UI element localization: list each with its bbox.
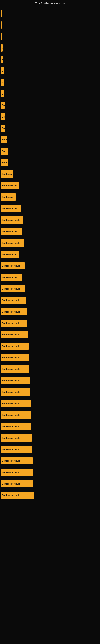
bar: Bottleneck result — [1, 366, 29, 373]
bar-row: Bottleneck resu — [1, 272, 100, 283]
bar: Bottlenec — [1, 170, 13, 178]
bar-label: Bottleneck re — [2, 253, 16, 256]
bar-label: Bottleneck result — [2, 391, 20, 393]
bar: Bottleneck result — [1, 297, 26, 304]
bar: Bottleneck result — [1, 320, 27, 327]
bar-row: Bottleneck result — [1, 283, 100, 294]
bar: B — [1, 90, 4, 98]
bar-label: Bottlenec — [2, 173, 12, 175]
site-title: TheBottlenecker.com — [0, 0, 100, 6]
bar: E — [1, 33, 2, 40]
bar: Bottleneck result — [1, 492, 34, 499]
bar-label: E — [2, 35, 2, 38]
bar: Bottleneck result — [1, 216, 23, 224]
bar: Bottleneck result — [1, 342, 29, 350]
bar: Bottleneck resu — [1, 274, 22, 281]
bar: Bott — [1, 148, 8, 155]
bar: Bottleneck result — [1, 239, 24, 246]
bar-row: Bo — [1, 111, 100, 122]
bar-row: Bottleneck result — [1, 375, 100, 386]
bar-label: Bottleneck result — [2, 368, 20, 370]
bar-label: Bottleneck result — [2, 334, 20, 336]
bar: Bottleneck result — [1, 423, 31, 430]
bar-label: Bottl — [2, 162, 7, 164]
bar-label: Bottleneck result — [2, 219, 20, 221]
bar-label: Bottleneck result — [2, 448, 20, 450]
bar-row: Bottleneck result — [1, 432, 100, 443]
bar-row: Bottleneck result — [1, 306, 100, 317]
bar: B — [1, 79, 4, 86]
bar-label: Bo — [2, 116, 5, 118]
bar-label: Bottleneck — [2, 196, 13, 198]
bar: Bo — [1, 113, 5, 120]
bar-label: B — [2, 81, 3, 84]
bar-row: Bottleneck result — [1, 295, 100, 306]
bar-row: Bottleneck result — [1, 444, 100, 455]
bar-row: E — [1, 31, 100, 42]
bar-row: Bottleneck re — [1, 249, 100, 260]
bar-label: Bottleneck resu — [2, 230, 18, 233]
bar-row: Bottleneck result — [1, 467, 100, 478]
bar: Bottleneck — [1, 194, 16, 201]
bar: Bottleneck result — [1, 434, 32, 442]
bar-label: B — [2, 92, 3, 95]
bar: Bottleneck result — [1, 354, 29, 361]
bar-row: Bottleneck resu — [1, 203, 100, 214]
bar-label: Bottleneck result — [2, 437, 20, 439]
bar-label: Bo — [2, 70, 4, 72]
bar-label: Bottleneck resu — [2, 207, 18, 210]
bars-container: |EBEBoBBBoBoBotBottlBottBottlBottlenecBo… — [0, 6, 100, 503]
bar: Bottleneck result — [1, 480, 33, 488]
bar-row: Bo — [1, 65, 100, 76]
bar: Bottleneck result — [1, 400, 31, 407]
bar-row: Bottleneck result — [1, 409, 100, 420]
bar-label: Bottleneck result — [2, 299, 20, 302]
bar-row: B — [1, 88, 100, 99]
bar-row: B — [1, 42, 100, 53]
bar-row: Bottleneck result — [1, 398, 100, 409]
bar-label: Bottleneck res — [2, 184, 17, 187]
bar-row: Bott — [1, 146, 100, 156]
bar — [1, 21, 2, 28]
bar-label: Bo — [2, 104, 4, 106]
bar-label: Bottleneck result — [2, 356, 20, 359]
bar-label: Bottleneck result — [2, 425, 20, 428]
bar-label: Bottleneck result — [2, 242, 20, 244]
bar-row: B — [1, 77, 100, 88]
bar-label: Bottleneck resu — [2, 276, 18, 278]
bar-row: Bottleneck result — [1, 478, 100, 489]
bar-row: | — [1, 8, 100, 19]
bar-label: Bottleneck result — [2, 288, 20, 290]
bar-row: Bottl — [1, 134, 100, 145]
bar: Bo — [1, 102, 4, 109]
bar-row — [1, 19, 100, 30]
bar: Bottleneck result — [1, 469, 33, 476]
bar: Bo — [1, 67, 4, 74]
bar: Bottleneck result — [1, 446, 32, 453]
bar: Bottleneck result — [1, 377, 30, 384]
bar: Bottleneck resu — [1, 228, 22, 235]
bar-label: Bottleneck result — [2, 310, 20, 313]
bar-row: Bo — [1, 100, 100, 111]
bar-label: Bottleneck result — [2, 402, 20, 405]
bar: Bottleneck result — [1, 331, 28, 338]
bar-label: Bottleneck result — [2, 482, 20, 485]
bar-row: Bottleneck result — [1, 490, 100, 501]
bar-label: Bottleneck result — [2, 414, 20, 416]
bar: B — [1, 44, 2, 52]
bar-row: Bottleneck result — [1, 260, 100, 271]
bar: Bot — [1, 124, 5, 132]
bar-label: Bottleneck result — [2, 494, 20, 496]
bar: Bottleneck result — [1, 457, 33, 464]
bar-label: Bottleneck result — [2, 471, 20, 474]
bar-row: Bottleneck resu — [1, 226, 100, 237]
bar-label: Bottleneck result — [2, 379, 20, 382]
bar-row: Bottleneck result — [1, 421, 100, 432]
bar-row: Bottleneck result — [1, 352, 100, 363]
bar: Bottleneck result — [1, 388, 30, 396]
bar-row: Bottlenec — [1, 168, 100, 180]
bar-row: Bot — [1, 122, 100, 134]
bar-row: Bottleneck result — [1, 237, 100, 248]
bar-row: Bottleneck res — [1, 180, 100, 191]
bar-row: E — [1, 54, 100, 65]
